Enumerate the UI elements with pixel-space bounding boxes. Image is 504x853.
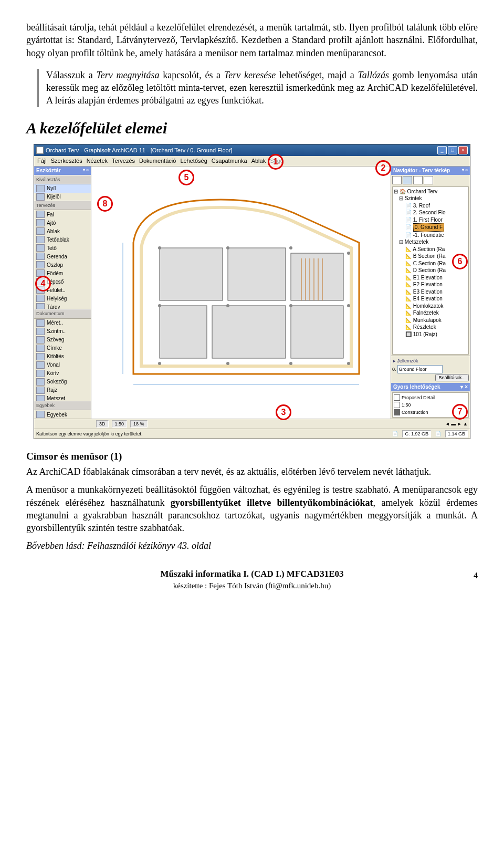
quick-options-title: Gyors lehetőségek ▾ × bbox=[391, 383, 470, 391]
view-scale[interactable]: 1:50 bbox=[112, 420, 128, 428]
tool-item[interactable]: Szöveg bbox=[34, 336, 91, 344]
tool-icon bbox=[36, 345, 45, 352]
subheading-1: Címsor és menüsor (1) bbox=[26, 450, 478, 463]
tool-item[interactable]: Méret.. bbox=[34, 319, 91, 327]
prop-name-input[interactable] bbox=[397, 365, 443, 373]
status-bar: Kattintson egy elemre vagy jelöljön ki e… bbox=[34, 429, 470, 439]
nav-tab-icon[interactable] bbox=[403, 176, 412, 184]
navigator-properties: ▸ Jellemzők 0. Beállítások... bbox=[391, 356, 470, 383]
svg-point-16 bbox=[226, 362, 229, 365]
tool-icon bbox=[36, 261, 45, 268]
menu-team[interactable]: Csapatmunka bbox=[212, 157, 247, 165]
instruction-quote: Válasszuk a Terv megnyitása kapcsolót, é… bbox=[37, 69, 478, 107]
title-bar[interactable]: Orchard Terv - Graphisoft ArchiCAD 11 - … bbox=[34, 144, 470, 156]
svg-point-17 bbox=[289, 362, 292, 365]
tool-item[interactable]: Tetőablak bbox=[34, 235, 91, 244]
svg-point-9 bbox=[289, 246, 292, 249]
quote-text: Válasszuk a bbox=[46, 70, 96, 80]
nav-tab-icon[interactable] bbox=[424, 176, 433, 184]
settings-button[interactable]: Beállítások... bbox=[435, 374, 469, 381]
svg-point-8 bbox=[226, 246, 229, 249]
palette-close-icon[interactable]: ▾ × bbox=[462, 168, 468, 173]
tool-icon bbox=[36, 336, 45, 344]
tool-icon bbox=[36, 295, 45, 302]
paragraph-intro: beállításait tárolja, tehát például a ke… bbox=[26, 21, 478, 59]
svg-rect-3 bbox=[291, 253, 343, 300]
tool-icon bbox=[36, 303, 45, 309]
tool-icon bbox=[36, 328, 45, 335]
tool-item[interactable]: Rajz bbox=[34, 386, 91, 394]
nav-tab-icon[interactable] bbox=[413, 176, 423, 184]
tool-item[interactable]: Oszlop bbox=[34, 261, 91, 269]
tool-item[interactable]: Szintm.. bbox=[34, 327, 91, 336]
svg-point-18 bbox=[347, 362, 350, 365]
section-heading: A kezelőfelület elemei bbox=[26, 118, 478, 139]
tool-item[interactable]: Fal bbox=[34, 210, 91, 219]
tool-icon bbox=[36, 193, 45, 201]
view-mode[interactable]: 3D bbox=[96, 420, 109, 428]
footer-course: Műszaki informatika I. (CAD I.) MFCAD31E… bbox=[26, 568, 478, 580]
tool-item[interactable]: Ablak bbox=[34, 227, 91, 235]
nav-tab-icon[interactable] bbox=[392, 176, 402, 184]
maximize-button[interactable]: □ bbox=[448, 146, 457, 154]
svg-rect-4 bbox=[160, 306, 207, 358]
tool-item[interactable]: Kitöltés bbox=[34, 352, 91, 361]
view-bar[interactable]: 3D 1:50 18 % ◄ ▬ ► ▲ bbox=[34, 419, 470, 429]
tool-icon bbox=[36, 319, 45, 327]
toolbox-palette[interactable]: Eszköztár▾ × Kiválasztás NyílKijelöl Ter… bbox=[34, 167, 91, 419]
tool-item[interactable]: Kijelöl bbox=[34, 193, 91, 201]
status-disk-d: 1.14 GB bbox=[445, 430, 468, 438]
tool-item[interactable]: Sokszög bbox=[34, 378, 91, 386]
tool-icon bbox=[36, 361, 45, 369]
tool-item[interactable]: Ajtó bbox=[34, 219, 91, 227]
quote-italic: Terv megnyitása bbox=[96, 70, 159, 80]
menu-views[interactable]: Nézetek bbox=[87, 157, 108, 165]
toolbox-section: Egyebek bbox=[34, 401, 91, 410]
tool-item[interactable]: Egyebek bbox=[34, 410, 91, 419]
menu-design[interactable]: Tervezés bbox=[112, 157, 135, 165]
tool-icon bbox=[36, 387, 45, 394]
quick-item[interactable]: 1:50 bbox=[402, 402, 411, 408]
page-footer: Műszaki informatika I. (CAD I.) MFCAD31E… bbox=[26, 568, 478, 591]
quick-item[interactable]: Proposed Detail bbox=[402, 394, 435, 401]
tool-icon bbox=[36, 253, 45, 260]
minimize-button[interactable]: _ bbox=[437, 146, 447, 154]
menu-doc[interactable]: Dokumentáció bbox=[139, 157, 176, 165]
status-message: Kattintson egy elemre vagy jelöljön ki e… bbox=[36, 431, 388, 437]
menu-file[interactable]: Fájl bbox=[37, 157, 47, 165]
tool-item[interactable]: Gerenda bbox=[34, 252, 91, 261]
svg-point-13 bbox=[289, 304, 292, 307]
tool-item[interactable]: Helyiség bbox=[34, 294, 91, 303]
navigator-tree[interactable]: ⊟ 🏠 Orchard Terv⊟ Szintek📄 3. Roof📄 2. S… bbox=[392, 186, 469, 355]
status-disk-c: C: 1.92 GB bbox=[402, 430, 431, 438]
quote-italic: Terv keresése bbox=[224, 70, 276, 80]
prop-id: 0. bbox=[392, 366, 396, 372]
menu-options[interactable]: Lehetőség bbox=[180, 157, 207, 165]
menu-edit[interactable]: Szerkesztés bbox=[51, 157, 82, 165]
tool-icon bbox=[36, 211, 45, 218]
close-button[interactable]: × bbox=[458, 146, 468, 154]
svg-point-7 bbox=[158, 246, 161, 249]
tool-icon bbox=[36, 370, 45, 377]
tool-item[interactable]: Körív bbox=[34, 369, 91, 378]
menu-window[interactable]: Ablak bbox=[251, 157, 266, 165]
tool-item[interactable]: Nyíl bbox=[34, 184, 91, 193]
drawing-canvas[interactable] bbox=[91, 167, 391, 419]
svg-rect-1 bbox=[160, 248, 223, 300]
quick-item[interactable]: Construction bbox=[402, 409, 428, 415]
menu-bar[interactable]: Fájl Szerkesztés Nézetek Tervezés Dokume… bbox=[34, 156, 470, 167]
tool-item[interactable]: Tárgy bbox=[34, 303, 91, 309]
palette-close-icon[interactable]: ▾ × bbox=[83, 168, 89, 173]
view-zoom[interactable]: 18 % bbox=[130, 420, 148, 428]
navigator-palette[interactable]: Navigátor - Terv térkép▾ × ⊟ 🏠 Orchard T… bbox=[391, 167, 470, 419]
floor-plan-drawing bbox=[91, 167, 391, 419]
svg-rect-6 bbox=[291, 306, 343, 358]
tool-item[interactable]: Metszet bbox=[34, 394, 91, 401]
tool-item[interactable]: Vonal bbox=[34, 361, 91, 369]
navigator-title: Navigátor - Terv térkép bbox=[393, 167, 450, 174]
toolbox-title: Eszköztár bbox=[36, 167, 61, 174]
tool-item[interactable]: Tető bbox=[34, 244, 91, 252]
tool-item[interactable]: Címke bbox=[34, 344, 91, 352]
tool-icon bbox=[36, 395, 45, 401]
paragraph-reference: Bővebben lásd: Felhasználói kézikönyv 43… bbox=[26, 539, 478, 552]
